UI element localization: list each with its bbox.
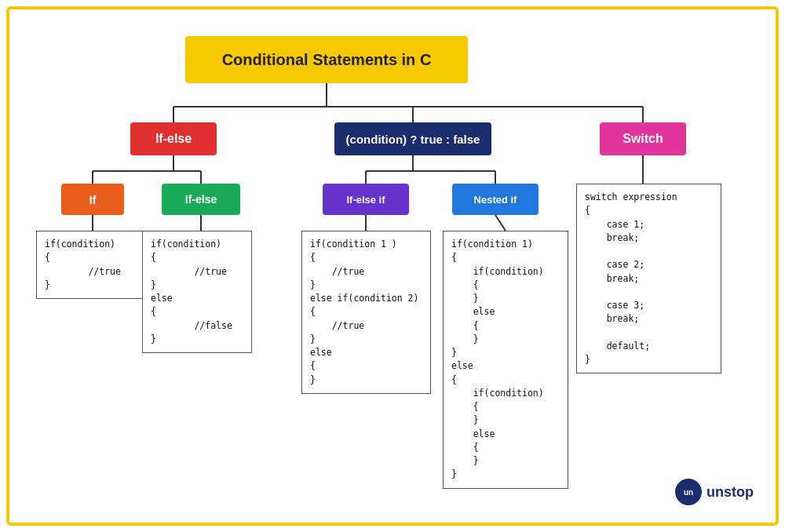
switch-node: Switch bbox=[600, 122, 686, 155]
ternary-node: (condition) ? true : false bbox=[334, 122, 491, 155]
unstop-logo: un unstop bbox=[675, 479, 754, 505]
code-if-box: if(condition) { //true } bbox=[36, 231, 146, 299]
nestedif-node: Nested if bbox=[452, 184, 539, 215]
switch-label: Switch bbox=[623, 132, 663, 146]
if-node: If bbox=[61, 184, 124, 215]
code-ifelse-box: if(condition) { //true } else { //false … bbox=[142, 231, 252, 353]
ifelse-sub-label: If-else bbox=[185, 193, 217, 206]
code-nested-box: if(condition 1) { if(condition) { } else… bbox=[443, 231, 568, 489]
if-label: If bbox=[89, 193, 96, 206]
ternary-label: (condition) ? true : false bbox=[346, 133, 480, 146]
unstop-circle: un bbox=[675, 479, 702, 505]
ifelseif-node: If-else if bbox=[323, 184, 409, 215]
code-ifelseif-box: if(condition 1 ) { //true } else if(cond… bbox=[301, 231, 431, 394]
code-ifelse-text: if(condition) { //true } else { //false … bbox=[151, 238, 243, 346]
svg-line-16 bbox=[495, 215, 506, 231]
ifelseif-label: If-else if bbox=[346, 194, 385, 206]
diagram: Conditional Statements in C If-else (con… bbox=[13, 13, 772, 519]
ifelse-main-node: If-else bbox=[130, 122, 217, 155]
ifelse-main-label: If-else bbox=[155, 132, 192, 146]
root-node: Conditional Statements in C bbox=[185, 36, 468, 83]
code-nested-text: if(condition 1) { if(condition) { } else… bbox=[451, 238, 560, 482]
code-if-text: if(condition) { //true } bbox=[45, 238, 137, 292]
code-ifelseif-text: if(condition 1 ) { //true } else if(cond… bbox=[310, 238, 422, 387]
unstop-text: unstop bbox=[706, 484, 754, 501]
unstop-circle-text: un bbox=[684, 488, 693, 497]
nestedif-label: Nested if bbox=[474, 194, 517, 206]
code-switch-text: switch expression { case 1; break; case … bbox=[585, 191, 713, 366]
code-switch-box: switch expression { case 1; break; case … bbox=[576, 184, 721, 373]
root-label: Conditional Statements in C bbox=[222, 51, 432, 69]
ifelse-sub-node: If-else bbox=[162, 184, 240, 215]
